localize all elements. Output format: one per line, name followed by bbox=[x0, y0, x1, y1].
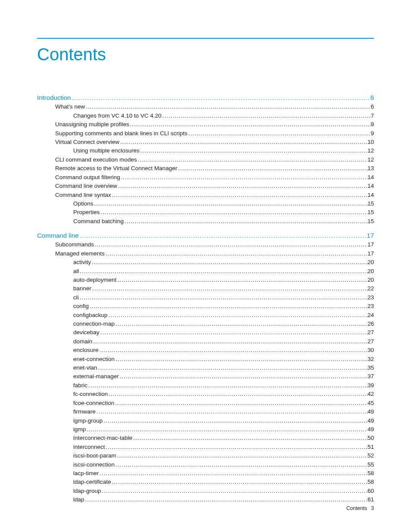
toc-page-number: 42 bbox=[367, 390, 374, 398]
toc-page-number: 51 bbox=[367, 443, 374, 451]
toc-label: auto-deployment bbox=[73, 276, 117, 284]
toc-label: domain bbox=[73, 338, 92, 345]
toc-row[interactable]: Remote access to the Virtual Connect Man… bbox=[37, 165, 374, 172]
toc-leader-dots: ........................................… bbox=[94, 241, 367, 249]
toc-row[interactable]: config..................................… bbox=[37, 302, 374, 310]
toc-label: Introduction bbox=[37, 93, 71, 102]
toc-leader-dots: ........................................… bbox=[71, 93, 370, 102]
toc-leader-dots: ........................................… bbox=[89, 302, 367, 310]
toc-row[interactable]: enet-connection.........................… bbox=[37, 355, 374, 363]
toc-row[interactable]: fabric..................................… bbox=[37, 382, 374, 389]
toc-leader-dots: ........................................… bbox=[105, 443, 367, 451]
toc-row[interactable]: interconnect............................… bbox=[37, 443, 374, 451]
toc-row[interactable]: fcoe-connection.........................… bbox=[37, 399, 374, 407]
toc-leader-dots: ........................................… bbox=[101, 487, 367, 495]
toc-leader-dots: ........................................… bbox=[187, 130, 371, 137]
toc-label: fabric bbox=[73, 382, 87, 389]
toc-row[interactable]: devicebay...............................… bbox=[37, 329, 374, 336]
toc-leader-dots: ........................................… bbox=[84, 496, 367, 504]
toc-row[interactable]: interconnect-mac-table..................… bbox=[37, 434, 374, 442]
toc-page-number: 6 bbox=[371, 103, 374, 111]
toc-row[interactable]: Properties..............................… bbox=[37, 208, 374, 216]
toc-leader-dots: ........................................… bbox=[108, 311, 367, 319]
toc-label: Command batching bbox=[73, 218, 124, 225]
toc-row[interactable]: Command output filtering................… bbox=[37, 174, 374, 181]
toc-row[interactable]: all.....................................… bbox=[37, 268, 374, 275]
toc-row[interactable]: Command line overview...................… bbox=[37, 182, 374, 190]
toc-page-number: 39 bbox=[367, 382, 374, 389]
toc-page-number: 45 bbox=[367, 399, 374, 407]
toc-label: Managed elements bbox=[55, 250, 105, 258]
toc-row[interactable]: auto-deployment.........................… bbox=[37, 276, 374, 284]
toc-row[interactable]: Managed elements........................… bbox=[37, 250, 374, 258]
toc-row[interactable]: connection-map..........................… bbox=[37, 320, 374, 328]
toc-leader-dots: ........................................… bbox=[140, 147, 367, 155]
toc-row[interactable]: enclosure...............................… bbox=[37, 346, 374, 354]
toc-row[interactable]: CLI command execution modes.............… bbox=[37, 156, 374, 164]
toc-label: interconnect bbox=[73, 443, 105, 451]
toc-row[interactable]: external-manager........................… bbox=[37, 373, 374, 380]
toc-leader-dots: ........................................… bbox=[100, 329, 367, 336]
toc-row[interactable]: activity................................… bbox=[37, 258, 374, 266]
toc-row[interactable]: igmp....................................… bbox=[37, 426, 374, 433]
toc-leader-dots: ........................................… bbox=[86, 426, 367, 433]
toc-row[interactable]: ldap-certificate........................… bbox=[37, 478, 374, 486]
toc-label: iscsi-boot-param bbox=[73, 452, 116, 460]
toc-row[interactable]: Supporting comments and blank lines in C… bbox=[37, 130, 374, 137]
toc-label: Options bbox=[73, 200, 93, 208]
footer-page-number: 3 bbox=[371, 505, 374, 511]
toc-leader-dots: ........................................… bbox=[132, 434, 367, 442]
toc-leader-dots: ........................................… bbox=[177, 165, 367, 172]
toc-leader-dots: ........................................… bbox=[105, 250, 367, 258]
toc-page-number: 23 bbox=[367, 294, 374, 302]
table-of-contents: Introduction............................… bbox=[37, 93, 374, 504]
toc-row[interactable]: Command batching........................… bbox=[37, 218, 374, 225]
toc-page-number: 9 bbox=[371, 121, 374, 128]
toc-page-number: 14 bbox=[367, 182, 374, 190]
toc-row[interactable]: configbackup............................… bbox=[37, 311, 374, 319]
toc-row[interactable]: Using multiple enclosures...............… bbox=[37, 147, 374, 155]
page-title: Contents bbox=[37, 45, 374, 64]
toc-row[interactable]: Changes from VC 4.10 to VC 4.20.........… bbox=[37, 112, 374, 120]
toc-row[interactable]: Virtual Connect overview................… bbox=[37, 138, 374, 146]
toc-leader-dots: ........................................… bbox=[116, 452, 367, 460]
toc-row[interactable]: ldap-group..............................… bbox=[37, 487, 374, 495]
toc-leader-dots: ........................................… bbox=[99, 346, 367, 354]
toc-leader-dots: ........................................… bbox=[91, 285, 367, 292]
toc-leader-dots: ........................................… bbox=[115, 320, 367, 328]
toc-row[interactable]: iscsi-boot-param........................… bbox=[37, 452, 374, 460]
toc-page-number: 22 bbox=[367, 285, 374, 292]
toc-leader-dots: ........................................… bbox=[79, 294, 367, 302]
toc-section-row[interactable]: Command line............................… bbox=[37, 231, 374, 240]
toc-label: Unassigning multiple profiles bbox=[55, 121, 129, 128]
toc-leader-dots: ........................................… bbox=[115, 355, 367, 363]
toc-row[interactable]: cli.....................................… bbox=[37, 294, 374, 302]
toc-row[interactable]: igmp-group..............................… bbox=[37, 417, 374, 425]
toc-row[interactable]: fc-connection...........................… bbox=[37, 390, 374, 398]
toc-leader-dots: ........................................… bbox=[162, 112, 371, 120]
toc-row[interactable]: ldap....................................… bbox=[37, 496, 374, 504]
toc-page-number: 30 bbox=[367, 346, 374, 354]
toc-row[interactable]: lacp-timer..............................… bbox=[37, 470, 374, 477]
toc-page-number: 58 bbox=[367, 470, 374, 477]
toc-row[interactable]: Command line syntax.....................… bbox=[37, 191, 374, 199]
toc-label: igmp-group bbox=[73, 417, 103, 425]
toc-row[interactable]: Unassigning multiple profiles...........… bbox=[37, 121, 374, 128]
toc-row[interactable]: What's new..............................… bbox=[37, 103, 374, 111]
toc-page-number: 49 bbox=[367, 426, 374, 433]
toc-row[interactable]: firmware................................… bbox=[37, 408, 374, 416]
toc-label: lacp-timer bbox=[73, 470, 99, 477]
toc-row[interactable]: domain..................................… bbox=[37, 338, 374, 345]
toc-page-number: 32 bbox=[367, 355, 374, 363]
toc-section-row[interactable]: Introduction............................… bbox=[37, 93, 374, 102]
toc-row[interactable]: iscsi-connection........................… bbox=[37, 461, 374, 469]
toc-label: Command output filtering bbox=[55, 174, 120, 181]
toc-page-number: 10 bbox=[367, 138, 374, 146]
toc-row[interactable]: enet-vlan...............................… bbox=[37, 364, 374, 372]
toc-row[interactable]: Subcommands.............................… bbox=[37, 241, 374, 249]
toc-page-number: 26 bbox=[367, 320, 374, 328]
toc-row[interactable]: Options.................................… bbox=[37, 200, 374, 208]
toc-row[interactable]: banner..................................… bbox=[37, 285, 374, 292]
toc-label: interconnect-mac-table bbox=[73, 434, 132, 442]
toc-leader-dots: ........................................… bbox=[87, 382, 367, 389]
